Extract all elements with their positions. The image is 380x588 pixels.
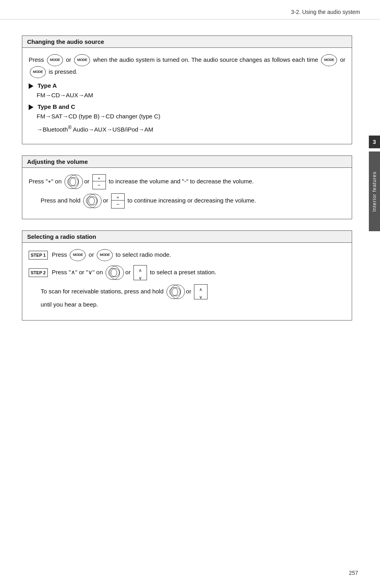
section-title-radio: Selecting a radio station [22,231,352,243]
changing-para-1: Press MODE or MODE when the audio system… [29,54,345,78]
or-step1: or [89,251,96,258]
arrow-down-scan: ∨ [199,293,202,301]
section-title-volume: Adjusting the volume [22,156,352,168]
arrow-up-scan: ∧ [199,286,202,293]
type-a-detail: FM→CD→AUX→AM [37,90,345,100]
minus-symbol-1: − [98,183,101,188]
step2-text: to select a preset station. [150,269,216,275]
press-hold: Press and hold [41,197,82,204]
or-label-1: or [66,56,73,63]
type-bc-item: Type B and C FM→SAT→CD (type B)→CD chang… [29,103,345,134]
mode-button-3: MODE [321,54,337,66]
step2-press: Press "∧" or "∨" on [52,269,105,275]
section-title-changing: Changing the audio source [22,36,352,48]
radio-step-2: STEP 2 Press "∧" or "∨" on or ∧ ∨ to sel… [29,265,345,280]
when-text: when the audio system is turned on. The … [93,56,320,63]
preset-button-step2: ∧ ∨ [133,265,147,280]
scan-knob [166,285,183,299]
plus-symbol-2: + [117,195,119,200]
volume-knob-2 [83,194,100,208]
step-badge-2: STEP 2 [29,268,48,277]
step2-knob [106,265,122,280]
or-label-2: or [340,56,345,63]
mode-button-2: MODE [74,54,90,66]
arrow-up-step2: ∧ [139,267,142,274]
section-body-radio: STEP 1 Press MODE or MODE to select radi… [22,243,352,320]
type-bc-label: Type B and C [29,103,345,110]
type-a-label: Type A [29,82,345,89]
scan-text-after: until you hear a beep. [41,301,98,308]
type-bc-detail2: →Bluetooth® Audio→AUX→USB/iPod→AM [37,124,345,134]
mode-button-4: MODE [30,66,46,78]
step1-text: to select radio mode. [116,251,171,258]
section-adjusting-volume: Adjusting the volume Press "+" on or + − [22,155,352,219]
page-footer: 257 [349,570,358,576]
bullet-bc [29,104,33,110]
or-step2: or [125,269,133,275]
press-plus: Press "+" on [29,178,63,185]
page-number: 257 [349,570,358,576]
volume-para-2: Press and hold or + − to continue increa… [41,193,345,208]
mid-line-1 [93,181,106,181]
header-title: 3-2. Using the audio system [291,9,360,15]
scan-preset-button: ∧ ∨ [194,284,208,299]
section-body-volume: Press "+" on or + − to increase the volu… [22,168,352,219]
bullet-a [29,83,33,89]
volume-knob-1 [65,175,81,189]
mode-button-step1b: MODE [97,249,113,261]
press-label: Press [29,56,46,63]
section-number-tab: 3 [369,136,380,148]
mid-line-2 [112,200,124,201]
main-content: Changing the audio source Press MODE or … [0,31,380,348]
section-selecting-radio: Selecting a radio station STEP 1 Press M… [22,230,352,321]
to-continue: to continue increasing or decreasing the… [127,197,256,204]
or-label-vol-2: or [103,197,110,204]
type-bc-detail1: FM→SAT→CD (type B)→CD changer (type C) [37,112,345,121]
arrow-down-step2: ∨ [139,274,142,282]
volume-para-1: Press "+" on or + − to increase the volu… [29,174,345,189]
sidebar-tab: Interior features [369,151,380,231]
scan-text-before: To scan for receivable stations, press a… [41,288,165,295]
vol-button-1: + − [92,174,106,189]
page-header: 3-2. Using the audio system [0,0,380,20]
section-changing-audio-source: Changing the audio source Press MODE or … [22,35,352,144]
type-a-item: Type A FM→CD→AUX→AM [29,82,345,100]
mode-button-step1a: MODE [70,249,86,261]
is-pressed: is pressed. [49,68,78,75]
or-scan: or [186,288,193,295]
radio-step-1: STEP 1 Press MODE or MODE to select radi… [29,249,345,261]
plus-symbol-1: + [98,176,100,181]
step1-press: Press [52,251,69,258]
minus-symbol-2: − [116,202,119,207]
scan-knob2-inner [172,287,180,296]
section-body-changing: Press MODE or MODE when the audio system… [22,48,352,144]
vol-button-2: + − [111,193,125,208]
or-label-vol-1: or [84,178,91,185]
to-increase: to increase the volume and "-" to decrea… [109,178,254,185]
knob2-inner-1 [70,177,78,186]
radio-scan-para: To scan for receivable stations, press a… [41,284,345,310]
step-badge-1: STEP 1 [29,251,48,260]
mode-button-1: MODE [47,54,63,66]
